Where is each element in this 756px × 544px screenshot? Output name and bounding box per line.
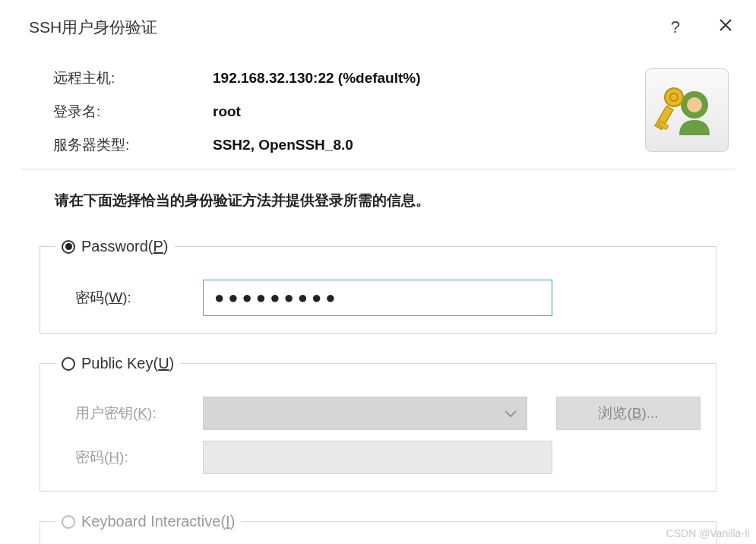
publickey-radio[interactable] xyxy=(62,357,75,371)
publickey-password-row: 密码(H): xyxy=(75,441,701,474)
password-input[interactable] xyxy=(203,280,552,316)
svg-point-2 xyxy=(665,88,683,106)
keyboard-radio[interactable] xyxy=(62,515,75,529)
window-title: SSH用户身份验证 xyxy=(29,17,671,38)
login-label: 登录名: xyxy=(53,102,213,122)
ssh-auth-icon xyxy=(645,68,729,152)
keyboard-method-group: Keyboard Interactive(I) xyxy=(40,513,716,544)
publickey-method-group: Public Key(U) 用户密钥(K): 浏览(B)... 密码(H): xyxy=(40,355,716,492)
titlebar: SSH用户身份验证 ? xyxy=(0,0,756,46)
key-user-icon xyxy=(653,76,721,144)
login-value: root xyxy=(213,103,645,120)
connection-info: 远程主机: 192.168.32.130:22 (%default%) 登录名:… xyxy=(53,68,645,155)
close-icon xyxy=(718,17,733,33)
watermark: CSDN @Vanilla-Ii xyxy=(666,527,750,539)
browse-button: 浏览(B)... xyxy=(556,397,701,430)
remote-host-value: 192.168.32.130:22 (%default%) xyxy=(213,70,645,87)
titlebar-controls: ? xyxy=(671,17,733,37)
password-label: 密码(W): xyxy=(75,288,189,308)
instruction-text: 请在下面选择恰当的身份验证方法并提供登录所需的信息。 xyxy=(21,169,735,238)
userkey-select xyxy=(203,397,527,430)
password-legend-label: Password(P) xyxy=(81,238,169,255)
password-method-group: Password(P) 密码(W): xyxy=(40,238,716,334)
header-section: 远程主机: 192.168.32.130:22 (%default%) 登录名:… xyxy=(0,46,756,169)
server-type-value: SSH2, OpenSSH_8.0 xyxy=(213,137,645,153)
chevron-down-icon xyxy=(504,409,517,418)
publickey-legend-label: Public Key(U) xyxy=(81,355,174,372)
password-row: 密码(W): xyxy=(75,280,701,316)
server-type-label: 服务器类型: xyxy=(53,135,213,155)
close-button[interactable] xyxy=(718,17,733,37)
svg-point-1 xyxy=(687,97,702,112)
password-radio-legend[interactable]: Password(P) xyxy=(55,238,175,255)
remote-host-label: 远程主机: xyxy=(53,68,213,88)
keyboard-radio-legend[interactable]: Keyboard Interactive(I) xyxy=(55,513,241,530)
keyboard-legend-label: Keyboard Interactive(I) xyxy=(81,513,235,530)
content-area: 请在下面选择恰当的身份验证方法并提供登录所需的信息。 Password(P) 密… xyxy=(21,169,735,544)
userkey-row: 用户密钥(K): 浏览(B)... xyxy=(75,397,701,430)
publickey-radio-legend[interactable]: Public Key(U) xyxy=(55,355,180,372)
password-radio[interactable] xyxy=(62,240,75,254)
help-button[interactable]: ? xyxy=(671,17,680,37)
publickey-password-label: 密码(H): xyxy=(75,448,189,467)
publickey-password-input xyxy=(203,441,552,474)
userkey-label: 用户密钥(K): xyxy=(75,403,189,423)
